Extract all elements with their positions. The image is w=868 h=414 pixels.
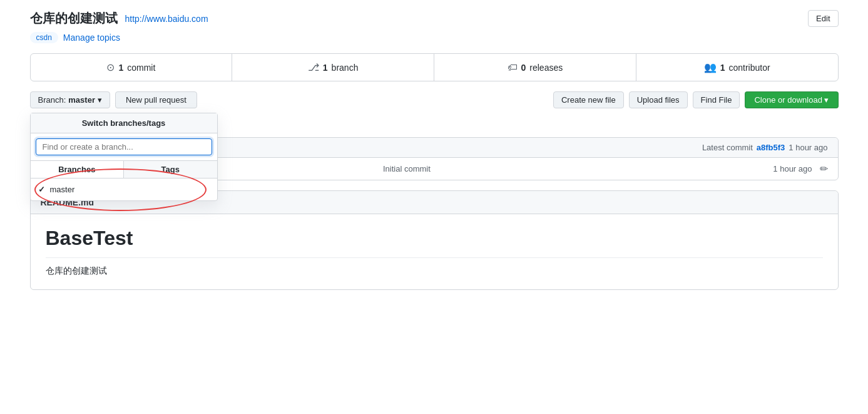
branch-list: ✓ master [31, 179, 217, 200]
tab-branches[interactable]: Branches [31, 161, 125, 178]
branch-selector-button[interactable]: Branch: master ▾ [30, 91, 110, 108]
dropdown-header: Switch branches/tags [31, 113, 217, 133]
stat-contributors[interactable]: 👥 1 contributor [636, 54, 838, 81]
toolbar-left: Branch: master ▾ New pull request Switch… [30, 91, 197, 108]
releases-icon: 🏷 [508, 62, 518, 73]
file-commit-message: Initial commit [383, 164, 431, 173]
create-new-file-button[interactable]: Create new file [553, 91, 624, 108]
contributors-count: 1 [720, 63, 725, 73]
topic-tag-csdn[interactable]: csdn [30, 32, 58, 43]
pencil-icon[interactable]: ✏ [820, 163, 828, 175]
checkmark-icon: ✓ [38, 185, 45, 194]
readme-title: BaseTest [46, 227, 823, 250]
file-time: 1 hour ago [773, 164, 812, 173]
branch-name-label: master [50, 185, 75, 194]
commit-info: Latest commit a8fb5f3 1 hour ago [702, 143, 828, 152]
current-branch-label: master [68, 95, 95, 105]
branch-icon: ⎇ [308, 61, 319, 73]
repo-url-link[interactable]: http://www.baidu.com [125, 14, 208, 24]
dropdown-search-area [31, 133, 217, 161]
topics-row: csdn Manage topics [30, 32, 839, 43]
toolbar: Branch: master ▾ New pull request Switch… [30, 91, 839, 108]
file-row-right: 1 hour ago ✏ [773, 163, 827, 175]
find-file-button[interactable]: Find File [693, 91, 740, 108]
branch-search-input[interactable] [36, 138, 212, 155]
clone-or-download-button[interactable]: Clone or download ▾ [745, 91, 838, 108]
commit-count: 1 [118, 63, 123, 73]
commit-icon: ⊙ [106, 61, 115, 73]
stats-bar: ⊙ 1 commit ⎇ 1 branch 🏷 0 releases 👥 1 c… [30, 53, 839, 81]
tab-tags[interactable]: Tags [124, 161, 217, 178]
stat-releases[interactable]: 🏷 0 releases [434, 54, 636, 81]
repo-header: 仓库的创建测试 http://www.baidu.com Edit [30, 10, 839, 27]
repo-title: 仓库的创建测试 [30, 10, 118, 27]
commit-hash-link[interactable]: a8fb5f3 [757, 143, 785, 152]
contributors-label: contributor [728, 63, 770, 73]
dropdown-tabs: Branches Tags [31, 161, 217, 179]
branch-chevron-icon: ▾ [98, 95, 102, 105]
repo-title-area: 仓库的创建测试 http://www.baidu.com [30, 10, 208, 27]
branch-label: branch [332, 63, 359, 73]
releases-label: releases [529, 63, 563, 73]
branch-item-master[interactable]: ✓ master [31, 181, 217, 198]
releases-count: 0 [521, 63, 526, 73]
toolbar-right: Create new file Upload files Find File C… [553, 91, 839, 108]
readme-section: README.md BaseTest 仓库的创建测试 [30, 190, 839, 290]
commit-time: 1 hour ago [789, 143, 827, 152]
commit-label: commit [127, 63, 155, 73]
stat-branches[interactable]: ⎇ 1 branch [232, 54, 434, 81]
edit-button[interactable]: Edit [808, 10, 838, 27]
new-pull-request-button[interactable]: New pull request [115, 91, 197, 108]
upload-files-button[interactable]: Upload files [629, 91, 688, 108]
stat-commits[interactable]: ⊙ 1 commit [31, 54, 233, 81]
branch-dropdown: Switch branches/tags Branches Tags ✓ mas… [30, 113, 218, 201]
readme-content: BaseTest 仓库的创建测试 [31, 214, 838, 289]
manage-topics-link[interactable]: Manage topics [63, 33, 120, 43]
branch-count: 1 [323, 63, 328, 73]
branch-prefix-label: Branch: [38, 95, 66, 105]
contributors-icon: 👥 [704, 61, 717, 73]
readme-description: 仓库的创建测试 [46, 266, 823, 277]
latest-commit-label: Latest commit [702, 143, 753, 152]
readme-divider [46, 257, 823, 258]
